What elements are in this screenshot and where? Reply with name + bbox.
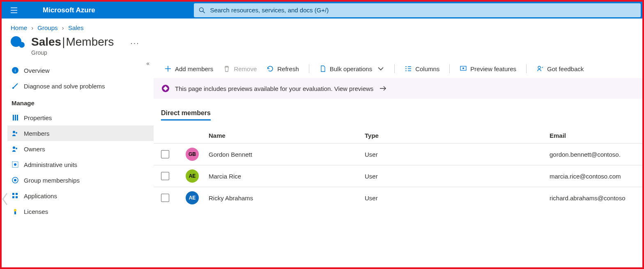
sidebar-item-licenses[interactable]: Licenses xyxy=(7,204,154,219)
sidebar-item-owners[interactable]: Owners xyxy=(7,141,154,157)
sidebar-item-diagnose[interactable]: Diagnose and solve problems xyxy=(7,78,154,94)
svg-rect-17 xyxy=(16,193,18,195)
cell-name: Gordon Bennett xyxy=(209,151,365,158)
members-table: Name Type Email GBGordon BennettUsergord… xyxy=(154,128,642,209)
sidebar-item-label: Diagnose and solve problems xyxy=(24,83,105,90)
crumb-groups[interactable]: Groups xyxy=(37,24,58,31)
cell-type: User xyxy=(365,195,550,202)
more-actions[interactable]: ··· xyxy=(130,38,140,48)
cell-email: marcia.rice@contoso.com xyxy=(550,173,635,180)
sidebar-collapse[interactable]: « xyxy=(146,60,150,67)
cell-email: richard.abrahams@contoso xyxy=(550,195,635,202)
sidebar-item-overview[interactable]: i Overview xyxy=(7,63,154,78)
sidebar-item-label: Applications xyxy=(24,192,57,199)
rocket-icon xyxy=(162,85,169,92)
toolbar-separator xyxy=(394,64,395,73)
svg-rect-5 xyxy=(13,115,14,121)
top-bar: Microsoft Azure xyxy=(2,2,642,19)
svg-rect-6 xyxy=(15,115,16,121)
svg-line-1 xyxy=(203,11,205,13)
svg-point-20 xyxy=(14,209,16,211)
members-icon xyxy=(12,130,19,137)
table-header: Name Type Email xyxy=(154,128,642,143)
preview-banner[interactable]: This page includes previews available fo… xyxy=(154,78,642,99)
sidebar-item-properties[interactable]: Properties xyxy=(7,110,154,125)
admin-units-icon xyxy=(12,161,19,168)
search-input[interactable] xyxy=(210,7,636,14)
tabs: Direct members xyxy=(154,107,642,121)
crumb-sep: › xyxy=(31,24,33,31)
row-checkbox[interactable] xyxy=(161,172,169,180)
table-row[interactable]: AERicky AbrahamsUserrichard.abrahams@con… xyxy=(154,187,642,209)
svg-point-23 xyxy=(462,67,464,69)
sidebar-item-applications[interactable]: Applications xyxy=(7,188,154,204)
feedback-button[interactable]: Got feedback xyxy=(532,63,588,74)
col-email[interactable]: Email xyxy=(550,132,635,139)
toolbar-label: Add members xyxy=(175,65,213,72)
hamburger-menu[interactable] xyxy=(6,2,22,19)
preview-icon xyxy=(460,65,467,72)
columns-button[interactable]: Columns xyxy=(400,63,444,74)
svg-point-9 xyxy=(16,132,17,134)
info-icon: i xyxy=(12,67,19,74)
row-checkbox[interactable] xyxy=(161,150,169,158)
sidebar-item-members[interactable]: Members xyxy=(7,125,154,141)
crumb-sep: › xyxy=(62,24,64,31)
banner-text: This page includes previews available fo… xyxy=(175,85,373,92)
group-memberships-icon xyxy=(12,176,19,184)
global-search[interactable] xyxy=(194,3,641,17)
tab-direct-members[interactable]: Direct members xyxy=(161,107,211,121)
brand-label[interactable]: Microsoft Azure xyxy=(43,6,95,14)
sidebar-item-group-memberships[interactable]: Group memberships xyxy=(7,172,154,188)
avatar: AE xyxy=(186,169,199,183)
col-type[interactable]: Type xyxy=(365,132,550,139)
svg-point-8 xyxy=(13,131,15,133)
chevron-down-icon xyxy=(377,65,384,72)
trash-icon xyxy=(223,65,230,72)
col-name[interactable]: Name xyxy=(209,132,365,139)
toolbar-separator xyxy=(526,64,527,73)
refresh-button[interactable]: Refresh xyxy=(262,63,303,74)
svg-rect-21 xyxy=(14,211,16,214)
add-members-button[interactable]: Add members xyxy=(160,63,217,74)
svg-point-10 xyxy=(13,146,15,149)
avatar: GB xyxy=(186,148,199,161)
toolbar-label: Got feedback xyxy=(547,65,584,72)
sidebar-item-label: Group memberships xyxy=(24,177,80,184)
sidebar-item-label: Members xyxy=(24,130,50,137)
refresh-icon xyxy=(267,65,274,72)
hamburger-icon xyxy=(10,7,18,14)
main-pane: Add members Remove Refresh Bulk operatio… xyxy=(154,59,642,223)
sidebar-item-label: Overview xyxy=(24,67,50,74)
page-header: Sales | Members ··· Group xyxy=(2,35,642,59)
bulk-operations-button[interactable]: Bulk operations xyxy=(315,63,389,74)
row-checkbox[interactable] xyxy=(161,194,169,202)
svg-point-4 xyxy=(12,87,14,89)
avatar: AE xyxy=(186,191,199,204)
crumb-sales[interactable]: Sales xyxy=(68,24,84,31)
crumb-home[interactable]: Home xyxy=(11,24,27,31)
toolbar-label: Bulk operations xyxy=(330,65,372,72)
owners-icon xyxy=(12,145,19,153)
svg-rect-19 xyxy=(16,196,18,198)
remove-button: Remove xyxy=(219,63,261,74)
breadcrumb: Home › Groups › Sales xyxy=(2,19,642,35)
sidebar: « i Overview Diagnose and solve problems… xyxy=(2,59,154,223)
preview-features-button[interactable]: Preview features xyxy=(455,63,520,74)
table-row[interactable]: AEMarcia RiceUsermarcia.rice@contoso.com xyxy=(154,165,642,187)
tools-icon xyxy=(12,82,19,90)
cell-name: Ricky Abrahams xyxy=(209,195,365,202)
plus-icon xyxy=(164,65,172,72)
toolbar-label: Refresh xyxy=(277,65,299,72)
document-icon xyxy=(319,65,327,72)
svg-point-0 xyxy=(199,7,203,12)
sidebar-item-label: Administrative units xyxy=(24,161,77,168)
cell-type: User xyxy=(365,151,550,158)
columns-icon xyxy=(405,65,412,72)
arrow-right-icon xyxy=(379,86,386,91)
svg-point-11 xyxy=(16,148,17,149)
toolbar-label: Columns xyxy=(415,65,439,72)
table-row[interactable]: GBGordon BennettUsergordon.bennett@conto… xyxy=(154,143,642,165)
sidebar-item-admin-units[interactable]: Administrative units xyxy=(7,157,154,172)
page-title-bold: Sales xyxy=(31,35,61,49)
